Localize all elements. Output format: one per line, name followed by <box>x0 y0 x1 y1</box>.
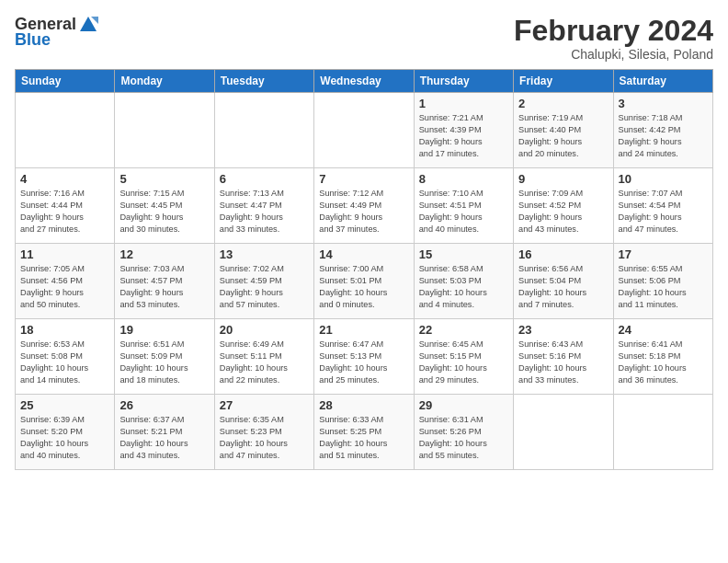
title-block: February 2024 Chalupki, Silesia, Poland <box>514 15 713 62</box>
week-row-1: 4Sunrise: 7:16 AM Sunset: 4:44 PM Daylig… <box>16 168 713 244</box>
day-number: 5 <box>119 172 209 186</box>
month-year: February 2024 <box>514 15 713 47</box>
day-info: Sunrise: 6:35 AM Sunset: 5:23 PM Dayligh… <box>220 414 309 462</box>
day-number: 25 <box>20 398 109 412</box>
day-info: Sunrise: 6:37 AM Sunset: 5:21 PM Dayligh… <box>119 414 209 462</box>
logo-blue-text: Blue <box>15 31 51 50</box>
location: Chalupki, Silesia, Poland <box>514 47 713 62</box>
week-row-4: 25Sunrise: 6:39 AM Sunset: 5:20 PM Dayli… <box>16 395 713 470</box>
day-number: 6 <box>220 172 309 186</box>
col-tuesday: Tuesday <box>214 70 313 93</box>
day-number: 9 <box>518 172 608 186</box>
table-row: 12Sunrise: 7:03 AM Sunset: 4:57 PM Dayli… <box>115 244 214 319</box>
day-info: Sunrise: 7:13 AM Sunset: 4:47 PM Dayligh… <box>220 188 309 236</box>
table-row: 1Sunrise: 7:21 AM Sunset: 4:39 PM Daylig… <box>414 93 513 168</box>
table-row: 2Sunrise: 7:19 AM Sunset: 4:40 PM Daylig… <box>514 93 613 168</box>
col-wednesday: Wednesday <box>314 70 414 93</box>
day-number: 20 <box>220 323 309 337</box>
day-info: Sunrise: 7:10 AM Sunset: 4:51 PM Dayligh… <box>419 188 508 236</box>
col-friday: Friday <box>514 70 613 93</box>
day-number: 14 <box>319 247 408 261</box>
day-number: 16 <box>518 247 608 261</box>
table-row: 16Sunrise: 6:56 AM Sunset: 5:04 PM Dayli… <box>514 244 613 319</box>
day-info: Sunrise: 7:18 AM Sunset: 4:42 PM Dayligh… <box>619 112 708 160</box>
day-number: 23 <box>518 323 608 337</box>
table-row: 24Sunrise: 6:41 AM Sunset: 5:18 PM Dayli… <box>613 319 712 395</box>
table-row: 27Sunrise: 6:35 AM Sunset: 5:23 PM Dayli… <box>214 395 313 470</box>
table-row: 20Sunrise: 6:49 AM Sunset: 5:11 PM Dayli… <box>214 319 313 395</box>
table-row: 21Sunrise: 6:47 AM Sunset: 5:13 PM Dayli… <box>314 319 414 395</box>
day-number: 11 <box>20 247 109 261</box>
day-info: Sunrise: 6:58 AM Sunset: 5:03 PM Dayligh… <box>419 263 508 311</box>
day-number: 18 <box>20 323 109 337</box>
col-saturday: Saturday <box>613 70 712 93</box>
day-info: Sunrise: 7:21 AM Sunset: 4:39 PM Dayligh… <box>419 112 508 160</box>
header: General Blue February 2024 Chalupki, Sil… <box>15 15 713 62</box>
table-row: 13Sunrise: 7:02 AM Sunset: 4:59 PM Dayli… <box>214 244 313 319</box>
table-row <box>115 93 214 168</box>
week-row-0: 1Sunrise: 7:21 AM Sunset: 4:39 PM Daylig… <box>16 93 713 168</box>
day-info: Sunrise: 7:16 AM Sunset: 4:44 PM Dayligh… <box>20 188 109 236</box>
day-info: Sunrise: 6:39 AM Sunset: 5:20 PM Dayligh… <box>20 414 109 462</box>
table-row: 28Sunrise: 6:33 AM Sunset: 5:25 PM Dayli… <box>314 395 414 470</box>
day-number: 4 <box>20 172 109 186</box>
table-row <box>214 93 313 168</box>
day-info: Sunrise: 6:49 AM Sunset: 5:11 PM Dayligh… <box>220 339 309 386</box>
day-info: Sunrise: 6:41 AM Sunset: 5:18 PM Dayligh… <box>619 339 708 386</box>
day-info: Sunrise: 6:31 AM Sunset: 5:26 PM Dayligh… <box>419 414 508 462</box>
table-row: 14Sunrise: 7:00 AM Sunset: 5:01 PM Dayli… <box>314 244 414 319</box>
day-number: 7 <box>319 172 408 186</box>
day-number: 27 <box>220 398 309 412</box>
calendar-table: Sunday Monday Tuesday Wednesday Thursday… <box>15 69 713 470</box>
table-row: 3Sunrise: 7:18 AM Sunset: 4:42 PM Daylig… <box>613 93 712 168</box>
day-number: 17 <box>619 247 708 261</box>
day-number: 1 <box>419 97 508 110</box>
day-number: 22 <box>419 323 508 337</box>
day-number: 26 <box>119 398 209 412</box>
day-info: Sunrise: 7:15 AM Sunset: 4:45 PM Dayligh… <box>119 188 209 236</box>
day-number: 24 <box>619 323 708 337</box>
day-info: Sunrise: 6:33 AM Sunset: 5:25 PM Dayligh… <box>319 414 408 462</box>
day-info: Sunrise: 6:47 AM Sunset: 5:13 PM Dayligh… <box>319 339 408 386</box>
day-info: Sunrise: 6:53 AM Sunset: 5:08 PM Dayligh… <box>20 339 109 386</box>
day-number: 21 <box>319 323 408 337</box>
day-info: Sunrise: 7:03 AM Sunset: 4:57 PM Dayligh… <box>119 263 209 311</box>
calendar-header-row: Sunday Monday Tuesday Wednesday Thursday… <box>16 70 713 93</box>
table-row: 26Sunrise: 6:37 AM Sunset: 5:21 PM Dayli… <box>115 395 214 470</box>
day-info: Sunrise: 7:09 AM Sunset: 4:52 PM Dayligh… <box>518 188 608 236</box>
day-number: 3 <box>619 97 708 110</box>
day-info: Sunrise: 6:51 AM Sunset: 5:09 PM Dayligh… <box>119 339 209 386</box>
table-row: 4Sunrise: 7:16 AM Sunset: 4:44 PM Daylig… <box>16 168 115 244</box>
day-number: 10 <box>619 172 708 186</box>
day-number: 29 <box>419 398 508 412</box>
table-row <box>16 93 115 168</box>
day-number: 8 <box>419 172 508 186</box>
day-info: Sunrise: 6:55 AM Sunset: 5:06 PM Dayligh… <box>619 263 708 311</box>
day-info: Sunrise: 7:19 AM Sunset: 4:40 PM Dayligh… <box>518 112 608 160</box>
table-row: 6Sunrise: 7:13 AM Sunset: 4:47 PM Daylig… <box>214 168 313 244</box>
day-number: 19 <box>119 323 209 337</box>
table-row <box>514 395 613 470</box>
table-row: 8Sunrise: 7:10 AM Sunset: 4:51 PM Daylig… <box>414 168 513 244</box>
calendar-body: 1Sunrise: 7:21 AM Sunset: 4:39 PM Daylig… <box>16 93 713 470</box>
day-info: Sunrise: 7:00 AM Sunset: 5:01 PM Dayligh… <box>319 263 408 311</box>
table-row: 9Sunrise: 7:09 AM Sunset: 4:52 PM Daylig… <box>514 168 613 244</box>
week-row-2: 11Sunrise: 7:05 AM Sunset: 4:56 PM Dayli… <box>16 244 713 319</box>
table-row: 25Sunrise: 6:39 AM Sunset: 5:20 PM Dayli… <box>16 395 115 470</box>
table-row: 10Sunrise: 7:07 AM Sunset: 4:54 PM Dayli… <box>613 168 712 244</box>
day-info: Sunrise: 6:43 AM Sunset: 5:16 PM Dayligh… <box>518 339 608 386</box>
day-info: Sunrise: 7:12 AM Sunset: 4:49 PM Dayligh… <box>319 188 408 236</box>
logo: General Blue <box>15 15 98 50</box>
page-container: General Blue February 2024 Chalupki, Sil… <box>0 0 728 477</box>
table-row <box>314 93 414 168</box>
day-number: 28 <box>319 398 408 412</box>
table-row: 19Sunrise: 6:51 AM Sunset: 5:09 PM Dayli… <box>115 319 214 395</box>
day-number: 15 <box>419 247 508 261</box>
table-row: 22Sunrise: 6:45 AM Sunset: 5:15 PM Dayli… <box>414 319 513 395</box>
svg-marker-1 <box>91 17 98 24</box>
table-row <box>613 395 712 470</box>
day-info: Sunrise: 7:02 AM Sunset: 4:59 PM Dayligh… <box>220 263 309 311</box>
table-row: 17Sunrise: 6:55 AM Sunset: 5:06 PM Dayli… <box>613 244 712 319</box>
table-row: 7Sunrise: 7:12 AM Sunset: 4:49 PM Daylig… <box>314 168 414 244</box>
col-sunday: Sunday <box>16 70 115 93</box>
